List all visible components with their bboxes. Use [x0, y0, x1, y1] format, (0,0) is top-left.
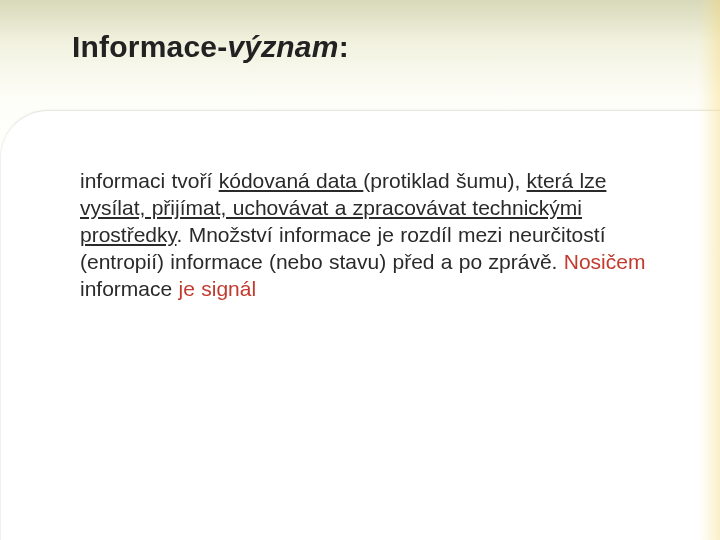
slide-body: informaci tvoří kódovaná data (protiklad… [80, 168, 650, 302]
title-prefix: Informace- [72, 30, 227, 63]
body-red-1: Nosičem [564, 250, 646, 273]
body-red-2: je signál [179, 277, 257, 300]
body-underline-1: kódovaná data [219, 169, 364, 192]
slide-title: Informace-význam: [72, 30, 349, 64]
body-paragraph: informaci tvoří kódovaná data (protiklad… [80, 168, 650, 302]
body-lead: informaci tvoří [80, 169, 219, 192]
title-italic: význam [227, 30, 338, 63]
body-plain-after-red1: informace [80, 277, 179, 300]
title-suffix: : [339, 30, 349, 63]
body-mid-1: (protiklad šumu), [363, 169, 526, 192]
